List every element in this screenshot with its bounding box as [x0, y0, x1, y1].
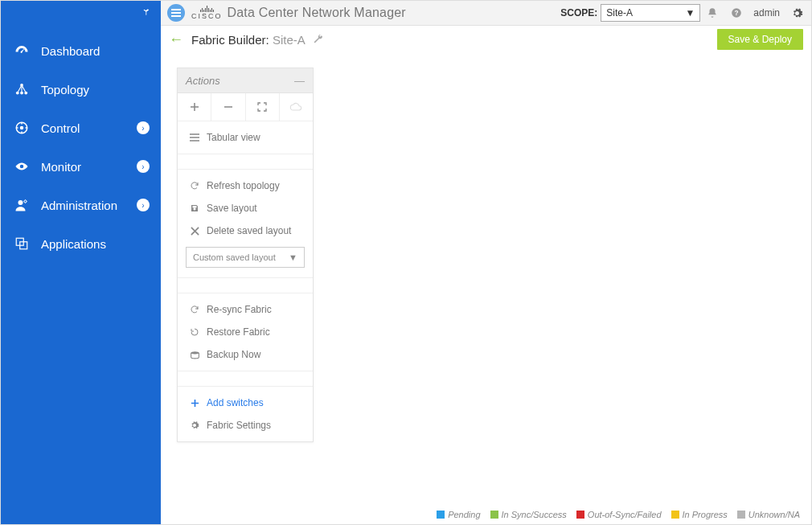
minimize-icon[interactable]: —: [294, 75, 305, 87]
admin-icon: [12, 198, 31, 212]
eye-icon: [12, 159, 31, 174]
chevron-right-icon: ›: [137, 199, 150, 211]
delete-layout-action[interactable]: Delete saved layout: [178, 219, 313, 242]
breadcrumb-title: Fabric Builder:: [191, 33, 269, 47]
cisco-logo: CISCO: [191, 6, 223, 20]
product-title: Data Center Network Manager: [228, 6, 406, 20]
breadcrumb: Fabric Builder: Site-A: [191, 33, 323, 47]
svg-point-6: [18, 200, 23, 205]
resync-fabric-action[interactable]: Re-sync Fabric: [178, 298, 313, 321]
legend-swatch: [737, 511, 745, 519]
scope-value: Site-A: [606, 7, 633, 18]
wrench-icon[interactable]: [313, 33, 323, 47]
refresh-icon: [187, 181, 202, 191]
add-switches-action[interactable]: Add switches: [178, 392, 313, 414]
action-label: Save layout: [207, 203, 257, 214]
fabric-settings-action[interactable]: Fabric Settings: [178, 414, 313, 437]
svg-point-3: [20, 92, 23, 95]
control-icon: [12, 121, 31, 135]
save-icon: [187, 203, 202, 213]
action-label: Delete saved layout: [207, 225, 291, 236]
actions-title: Actions: [186, 75, 220, 87]
svg-point-1: [16, 92, 19, 95]
legend-item: In Progress: [671, 510, 728, 519]
sidebar-item-control[interactable]: Control ›: [1, 109, 161, 147]
caret-down-icon: ▼: [289, 252, 297, 262]
sidebar-item-administration[interactable]: Administration ›: [1, 186, 161, 224]
back-arrow-icon[interactable]: ←: [169, 31, 183, 48]
svg-point-2: [24, 92, 27, 95]
sidebar-label: Control: [41, 121, 137, 135]
scope-label: SCOPE:: [560, 7, 597, 18]
tabular-view-action[interactable]: Tabular view: [178, 126, 313, 149]
actions-panel: Actions — Tabular view: [177, 68, 314, 442]
sidebar-label: Administration: [41, 199, 137, 212]
action-label: Tabular view: [207, 132, 260, 143]
add-tool-button[interactable]: [178, 93, 211, 121]
legend-swatch: [437, 511, 445, 519]
gear-icon: [187, 420, 202, 430]
action-label: Restore Fabric: [207, 326, 270, 338]
restore-fabric-action[interactable]: Restore Fabric: [178, 321, 313, 343]
svg-text:?: ?: [735, 10, 739, 17]
status-legend: Pending In Sync/Success Out-of-Sync/Fail…: [437, 510, 800, 519]
legend-swatch: [576, 511, 584, 519]
actions-panel-header: Actions —: [178, 68, 313, 93]
cloud-tool-button: [280, 93, 313, 121]
legend-item: Out-of-Sync/Failed: [576, 510, 662, 519]
settings-gear-icon[interactable]: [791, 7, 803, 19]
user-label[interactable]: admin: [753, 7, 780, 18]
sidebar-item-monitor[interactable]: Monitor ›: [1, 147, 161, 186]
topology-icon: [12, 82, 31, 96]
plus-icon: [187, 399, 202, 408]
sidebar-label: Monitor: [41, 160, 137, 174]
legend-swatch: [671, 511, 679, 519]
remove-tool-button[interactable]: [211, 93, 245, 121]
breadcrumb-site: Site-A: [273, 33, 305, 47]
svg-point-0: [20, 84, 23, 87]
save-layout-action[interactable]: Save layout: [178, 197, 313, 219]
notifications-icon[interactable]: [707, 7, 718, 18]
chevron-right-icon: ›: [137, 121, 150, 134]
sidebar-item-dashboard[interactable]: Dashboard: [1, 31, 161, 70]
gauge-icon: [12, 43, 31, 58]
svg-point-5: [20, 126, 24, 130]
pin-icon[interactable]: [140, 6, 151, 20]
sub-header: ← Fabric Builder: Site-A Save & Deploy: [161, 26, 811, 53]
action-label: Re-sync Fabric: [207, 304, 272, 315]
applications-icon: [12, 236, 31, 251]
backup-now-action[interactable]: Backup Now: [178, 343, 313, 366]
sidebar-item-applications[interactable]: Applications: [1, 224, 161, 263]
restore-icon: [187, 327, 202, 337]
help-icon[interactable]: ?: [731, 7, 742, 18]
sync-icon: [187, 305, 202, 314]
sidebar-label: Applications: [41, 237, 161, 251]
chevron-right-icon: ›: [137, 160, 150, 173]
menu-toggle-button[interactable]: [167, 4, 185, 22]
legend-label: Unknown/NA: [748, 510, 800, 519]
legend-item: In Sync/Success: [490, 510, 567, 519]
legend-label: In Progress: [683, 510, 728, 519]
legend-label: Out-of-Sync/Failed: [588, 510, 662, 519]
fullscreen-tool-button[interactable]: [246, 93, 280, 121]
scope-select[interactable]: Site-A ▼: [601, 4, 700, 22]
fabric-canvas[interactable]: Actions — Tabular view: [161, 53, 811, 524]
legend-label: Pending: [448, 510, 480, 519]
legend-item: Unknown/NA: [737, 510, 800, 519]
sidebar-item-topology[interactable]: Topology: [1, 70, 161, 109]
backup-icon: [187, 351, 202, 359]
action-label: Fabric Settings: [207, 420, 271, 431]
save-deploy-button[interactable]: Save & Deploy: [717, 29, 803, 50]
action-label: Backup Now: [207, 349, 260, 360]
legend-label: In Sync/Success: [502, 510, 567, 519]
action-label: Add switches: [207, 397, 264, 408]
list-icon: [187, 133, 202, 142]
sidebar-label: Topology: [41, 83, 161, 96]
svg-point-12: [191, 351, 199, 354]
legend-item: Pending: [437, 510, 480, 519]
top-bar: CISCO Data Center Network Manager SCOPE:…: [161, 1, 811, 26]
layout-select-value: Custom saved layout: [193, 252, 276, 262]
refresh-topology-action[interactable]: Refresh topology: [178, 174, 313, 197]
legend-swatch: [490, 511, 498, 519]
layout-select[interactable]: Custom saved layout ▼: [186, 247, 305, 268]
